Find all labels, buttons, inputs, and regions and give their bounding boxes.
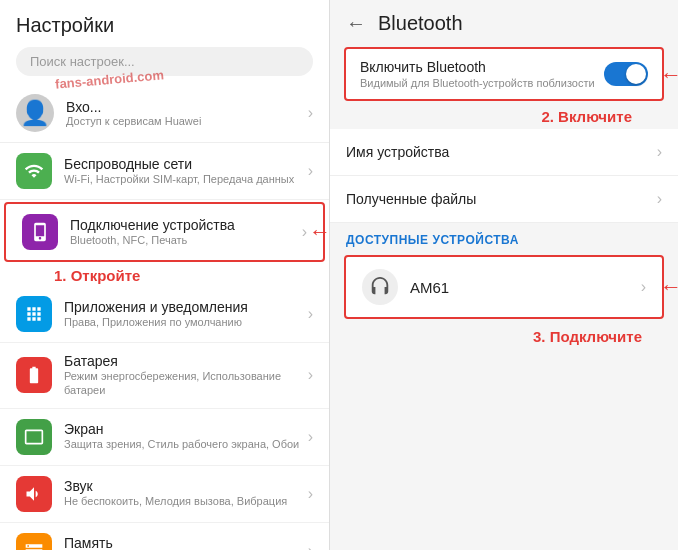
received-files-row[interactable]: Полученные файлы ›	[330, 176, 678, 223]
bluetooth-toggle-section: Включить Bluetooth Видимый для Bluetooth…	[344, 47, 664, 101]
sound-icon	[16, 476, 52, 512]
sidebar-item-device[interactable]: Подключение устройства Bluetooth, NFC, П…	[4, 202, 325, 262]
bluetooth-toggle[interactable]	[604, 62, 648, 86]
right-header: ← Bluetooth	[330, 0, 678, 47]
wifi-icon	[16, 153, 52, 189]
device-name-chevron: ›	[657, 143, 662, 161]
bluetooth-toggle-label: Включить Bluetooth	[360, 59, 595, 75]
profile-subtitle: Доступ к сервисам Huawei	[66, 115, 201, 127]
display-chevron: ›	[308, 428, 313, 446]
device-subtitle: Bluetooth, NFC, Печать	[70, 233, 235, 247]
sidebar-item-sound[interactable]: Звук Не беспокоить, Мелодия вызова, Вибр…	[0, 466, 329, 523]
wifi-chevron: ›	[308, 162, 313, 180]
battery-icon	[16, 357, 52, 393]
display-icon	[16, 419, 52, 455]
right-panel: ← Bluetooth Включить Bluetooth Видимый д…	[330, 0, 678, 550]
search-box[interactable]: Поиск настроек...	[16, 47, 313, 76]
sidebar-item-storage[interactable]: Память Память, Очистка памяти ›	[0, 523, 329, 550]
step3-label: 3. Подключите	[533, 328, 642, 345]
display-title: Экран	[64, 421, 299, 437]
device-icon	[22, 214, 58, 250]
bluetooth-title: Bluetooth	[378, 12, 463, 35]
step2-label: 2. Включите	[541, 108, 632, 125]
device-name-row[interactable]: Имя устройства ›	[330, 129, 678, 176]
sound-title: Звук	[64, 478, 287, 494]
received-files-chevron: ›	[657, 190, 662, 208]
available-devices-header: ДОСТУПНЫЕ УСТРОЙСТВА	[330, 223, 678, 251]
sidebar-item-wifi[interactable]: Беспроводные сети Wi-Fi, Настройки SIM-к…	[0, 143, 329, 200]
device-name-text: AM61	[410, 279, 449, 296]
sound-subtitle: Не беспокоить, Мелодия вызова, Вибрация	[64, 494, 287, 508]
step1-label: 1. Откройте	[54, 267, 140, 284]
profile-row[interactable]: 👤 Вхо... Доступ к сервисам Huawei ›	[0, 84, 329, 143]
wifi-title: Беспроводные сети	[64, 156, 294, 172]
device-am61[interactable]: AM61 ›	[344, 255, 664, 319]
sound-chevron: ›	[308, 485, 313, 503]
device-name-label: Имя устройства	[346, 144, 449, 160]
avatar: 👤	[16, 94, 54, 132]
battery-subtitle: Режим энергосбережения, Использование ба…	[64, 369, 308, 398]
bluetooth-toggle-sublabel: Видимый для Bluetooth-устройств поблизос…	[360, 77, 595, 89]
arrow-to-device-am61: ←	[660, 274, 678, 300]
apps-icon	[16, 296, 52, 332]
profile-chevron: ›	[308, 104, 313, 122]
storage-chevron: ›	[308, 542, 313, 550]
storage-icon	[16, 533, 52, 550]
settings-title: Настройки	[16, 14, 313, 37]
apps-subtitle: Права, Приложения по умолчанию	[64, 315, 248, 329]
sidebar-item-display[interactable]: Экран Защита зрения, Стиль рабочего экра…	[0, 409, 329, 466]
back-button[interactable]: ←	[346, 12, 366, 35]
device-chevron: ›	[302, 223, 307, 241]
received-files-label: Полученные файлы	[346, 191, 476, 207]
device-title: Подключение устройства	[70, 217, 235, 233]
battery-title: Батарея	[64, 353, 308, 369]
battery-chevron: ›	[308, 366, 313, 384]
arrow-to-toggle: ←	[660, 62, 678, 88]
display-subtitle: Защита зрения, Стиль рабочего экрана, Об…	[64, 437, 299, 451]
headphone-icon	[362, 269, 398, 305]
am61-chevron: ›	[641, 278, 646, 296]
sidebar-item-apps[interactable]: Приложения и уведомления Права, Приложен…	[0, 286, 329, 343]
storage-title: Память	[64, 535, 190, 550]
apps-title: Приложения и уведомления	[64, 299, 248, 315]
arrow-to-device: ←	[309, 219, 329, 245]
wifi-subtitle: Wi-Fi, Настройки SIM-карт, Передача данн…	[64, 172, 294, 186]
menu-list: Беспроводные сети Wi-Fi, Настройки SIM-к…	[0, 143, 329, 550]
apps-chevron: ›	[308, 305, 313, 323]
sidebar-item-battery[interactable]: Батарея Режим энергосбережения, Использо…	[0, 343, 329, 409]
profile-name: Вхо...	[66, 99, 201, 115]
